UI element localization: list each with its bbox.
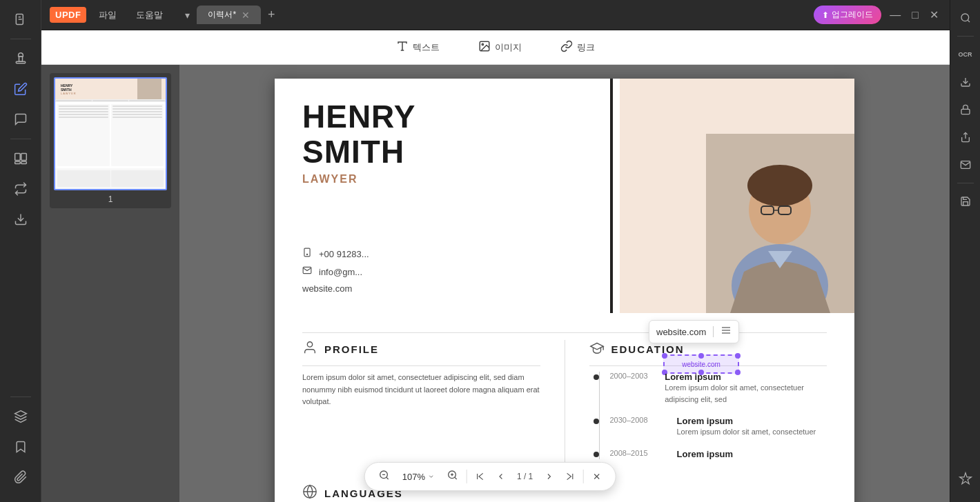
- sidebar-divider-2: [10, 139, 31, 139]
- upgrade-icon: ⬆: [822, 10, 829, 20]
- pdf-page: HENRY SMITH LAWYER: [275, 79, 854, 502]
- sidebar-icon-stamp[interactable]: [7, 45, 35, 72]
- edu-dot-1: [594, 374, 599, 380]
- svg-rect-6: [21, 154, 26, 161]
- window-maximize-btn[interactable]: □: [909, 9, 921, 21]
- right-icon-lock[interactable]: [953, 97, 978, 122]
- right-icon-search[interactable]: [953, 6, 978, 30]
- edu-title-1: Lorem ipsum: [665, 372, 827, 382]
- right-divider-1: [957, 36, 974, 37]
- website-popup: website.com: [649, 320, 739, 343]
- zoom-out-button[interactable]: [376, 467, 393, 486]
- sidebar-icon-layers[interactable]: [7, 403, 35, 430]
- toolbar-link[interactable]: 링크: [552, 36, 603, 59]
- popup-settings-icon[interactable]: [721, 325, 732, 339]
- menu-help[interactable]: 도움말: [129, 6, 170, 24]
- toolbar-text-label: 텍스트: [413, 41, 440, 54]
- last-page-button[interactable]: [562, 469, 577, 484]
- zoom-value: 107%: [402, 472, 425, 482]
- tab-close-btn[interactable]: ✕: [242, 10, 250, 21]
- right-icon-mail[interactable]: [953, 152, 978, 177]
- resume-title: LAWYER: [302, 173, 582, 185]
- svg-rect-15: [304, 248, 310, 257]
- thumbnail-page-1[interactable]: HENRY SMITH LAWYER: [50, 73, 171, 208]
- email-icon: [302, 265, 312, 278]
- sidebar-icon-file[interactable]: [7, 6, 35, 33]
- image-icon: [478, 40, 491, 55]
- menu-file[interactable]: 파일: [92, 6, 124, 24]
- window-close-btn[interactable]: ✕: [927, 8, 941, 21]
- timeline-line: [599, 372, 600, 459]
- contact-website: website.com: [302, 283, 582, 294]
- resume-right-section: [620, 79, 854, 313]
- toolbar-text[interactable]: 텍스트: [388, 36, 448, 59]
- phone-icon: [302, 248, 312, 260]
- right-icon-ocr[interactable]: OCR: [953, 42, 978, 67]
- toolbar-divider-2: [582, 470, 583, 483]
- contact-section: +00 91283... info@gm...: [302, 248, 582, 299]
- zoom-out-icon: [379, 470, 390, 483]
- zoom-in-icon: [447, 470, 458, 483]
- top-right-controls: ⬆ 업그레이드 — □ ✕: [814, 6, 941, 24]
- resize-handle-t[interactable]: [698, 353, 704, 359]
- toolbar-image[interactable]: 이미지: [470, 36, 530, 59]
- svg-rect-8: [21, 161, 26, 163]
- content-area: HENRY SMITH LAWYER: [41, 65, 950, 502]
- sidebar-icon-bookmark[interactable]: [7, 433, 35, 461]
- tab-label: 이력서*: [208, 9, 236, 21]
- sidebar-icon-comment[interactable]: [7, 106, 35, 133]
- resize-handle-tr[interactable]: [735, 353, 741, 359]
- email-text: info@gm...: [319, 267, 362, 277]
- sidebar-icon-convert[interactable]: [7, 175, 35, 203]
- vertical-divider: [610, 79, 613, 313]
- sidebar-icon-extract[interactable]: [7, 205, 35, 233]
- tab-add-btn[interactable]: +: [264, 8, 280, 22]
- website-text: website.com: [302, 283, 352, 294]
- right-ai-section: [953, 466, 978, 496]
- profile-text: Lorem ipsum dolor sit amet, consectetuer…: [302, 372, 540, 408]
- first-page-button[interactable]: [473, 469, 488, 484]
- edu-dot-3: [594, 452, 599, 457]
- right-icon-share[interactable]: [953, 125, 978, 150]
- resize-handle-tl[interactable]: [662, 353, 667, 359]
- selected-text-box[interactable]: website.com: [663, 354, 739, 374]
- text-icon: [396, 40, 409, 55]
- thumbnail-page-number: 1: [54, 194, 167, 204]
- window-minimize-btn[interactable]: —: [887, 9, 903, 21]
- svg-rect-4: [19, 57, 22, 62]
- right-icon-ai[interactable]: [953, 466, 978, 491]
- profile-title-text: PROFILE: [324, 343, 379, 355]
- svg-marker-10: [14, 411, 26, 416]
- sidebar-icon-pages[interactable]: [7, 145, 35, 172]
- section-divider-vert: [565, 340, 565, 470]
- education-timeline: 2000–2003 Lorem ipsum Lorem ipsum dolor …: [589, 372, 827, 459]
- pdf-viewer[interactable]: HENRY SMITH LAWYER: [179, 65, 950, 502]
- next-page-button[interactable]: [541, 469, 556, 484]
- education-entry-3: 2008–2015 Lorem ipsum: [610, 449, 827, 459]
- right-sidebar: OCR: [950, 0, 980, 502]
- svg-rect-5: [14, 154, 20, 161]
- edu-desc-2: Lorem ipsum dolor sit amet, consectetuer: [677, 426, 816, 438]
- link-icon: [560, 40, 573, 55]
- upgrade-button[interactable]: ⬆ 업그레이드: [814, 6, 881, 24]
- close-preview-button[interactable]: [589, 469, 604, 484]
- education-entry-2: 2030–2008 Lorem ipsum Lorem ipsum dolor …: [610, 416, 827, 438]
- sidebar-icon-edit[interactable]: [7, 75, 35, 103]
- prev-page-button[interactable]: [493, 469, 509, 484]
- svg-point-14: [482, 43, 483, 45]
- tab-dropdown-arrow[interactable]: ▾: [181, 10, 194, 21]
- phone-text: +00 91283...: [319, 249, 369, 259]
- edu-year-2: 2030–2008: [610, 416, 669, 424]
- zoom-in-button[interactable]: [444, 467, 461, 486]
- resume-left-section: HENRY SMITH LAWYER: [275, 79, 603, 313]
- tab-resume[interactable]: 이력서* ✕: [197, 6, 261, 24]
- profile-section-title: PROFILE: [302, 340, 540, 359]
- edu-dot-2: [594, 419, 599, 424]
- right-icon-save[interactable]: [953, 189, 978, 214]
- toolbar-link-label: 링크: [577, 41, 595, 54]
- right-icon-download[interactable]: [953, 70, 978, 94]
- sidebar-icon-attachment[interactable]: [7, 463, 35, 491]
- zoom-level-display[interactable]: 107%: [398, 472, 439, 482]
- resume-name: HENRY SMITH: [302, 99, 582, 169]
- profile-icon: [302, 340, 317, 359]
